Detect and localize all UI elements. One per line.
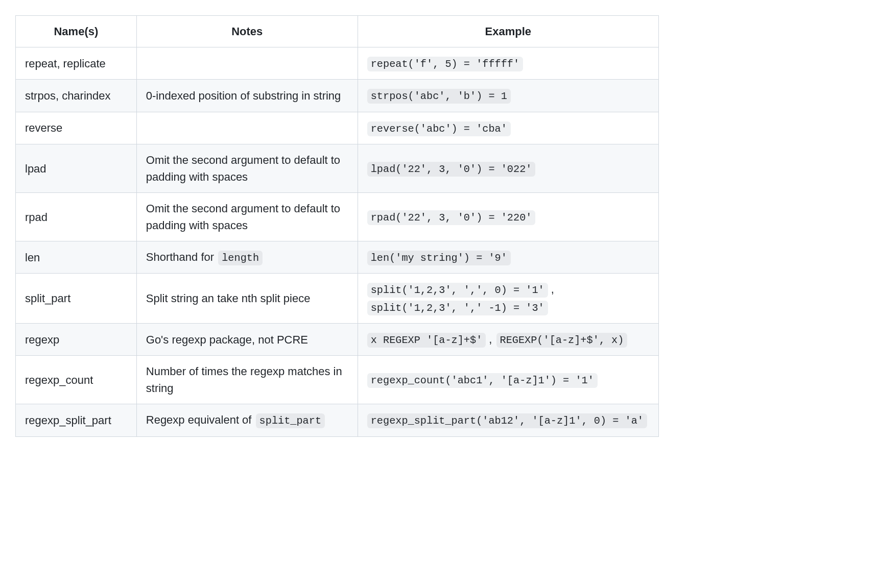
reference-table: Name(s) Notes Example repeat, replicater…: [15, 15, 659, 437]
cell-name: regexp: [16, 324, 137, 356]
table-row: regexpGo's regexp package, not PCREx REG…: [16, 324, 659, 356]
cell-name: regexp_count: [16, 356, 137, 404]
example-code: REGEXP('[a-z]+$', x): [496, 333, 628, 348]
cell-notes: Omit the second argument to default to p…: [136, 193, 358, 241]
header-name: Name(s): [16, 16, 137, 47]
example-code: regexp_count('abc1', '[a-z]1') = '1': [367, 373, 598, 388]
cell-notes: Split string an take nth split piece: [136, 274, 358, 324]
cell-notes: [136, 47, 358, 80]
example-code: reverse('abc') = 'cba': [367, 121, 511, 136]
header-example: Example: [358, 16, 658, 47]
cell-example: strpos('abc', 'b') = 1: [358, 80, 658, 112]
example-code: repeat('f', 5) = 'fffff': [367, 57, 523, 71]
cell-example: split('1,2,3', ',', 0) = '1', split('1,2…: [358, 274, 658, 324]
table-row: split_partSplit string an take nth split…: [16, 274, 659, 324]
table-row: strpos, charindex0-indexed position of s…: [16, 80, 659, 112]
cell-name: lpad: [16, 144, 137, 193]
example-separator: ,: [489, 333, 495, 346]
table-row: regexp_countNumber of times the regexp m…: [16, 356, 659, 404]
table-row: lenShorthand for lengthlen('my string') …: [16, 241, 659, 274]
example-code: rpad('22', 3, '0') = '220': [367, 210, 536, 225]
cell-notes: Omit the second argument to default to p…: [136, 144, 358, 193]
cell-name: regexp_split_part: [16, 404, 137, 436]
cell-example: repeat('f', 5) = 'fffff': [358, 47, 658, 80]
table-body: repeat, replicaterepeat('f', 5) = 'fffff…: [16, 47, 659, 437]
notes-code: length: [218, 251, 263, 265]
header-notes: Notes: [136, 16, 358, 47]
notes-text: Shorthand for: [146, 251, 217, 263]
cell-name: strpos, charindex: [16, 80, 137, 112]
cell-name: split_part: [16, 274, 137, 324]
example-code: split('1,2,3', ',' -1) = '3': [367, 301, 548, 315]
cell-example: lpad('22', 3, '0') = '022': [358, 144, 658, 193]
example-code: split('1,2,3', ',', 0) = '1': [367, 283, 548, 298]
cell-notes: [136, 112, 358, 144]
example-code: lpad('22', 3, '0') = '022': [367, 162, 536, 177]
cell-notes: Go's regexp package, not PCRE: [136, 324, 358, 356]
cell-example: reverse('abc') = 'cba': [358, 112, 658, 144]
cell-notes: Number of times the regexp matches in st…: [136, 356, 358, 404]
cell-notes: Regexp equivalent of split_part: [136, 404, 358, 436]
cell-name: rpad: [16, 193, 137, 241]
cell-example: x REGEXP '[a-z]+$', REGEXP('[a-z]+$', x): [358, 324, 658, 356]
notes-code: split_part: [256, 413, 325, 428]
cell-example: len('my string') = '9': [358, 241, 658, 274]
cell-name: reverse: [16, 112, 137, 144]
example-code: strpos('abc', 'b') = 1: [367, 89, 511, 104]
table-row: repeat, replicaterepeat('f', 5) = 'fffff…: [16, 47, 659, 80]
table-row: regexp_split_partRegexp equivalent of sp…: [16, 404, 659, 436]
example-code: regexp_split_part('ab12', '[a-z]1', 0) =…: [367, 413, 647, 428]
table-row: reversereverse('abc') = 'cba': [16, 112, 659, 144]
header-row: Name(s) Notes Example: [16, 16, 659, 47]
notes-text: Regexp equivalent of: [146, 413, 255, 426]
cell-name: len: [16, 241, 137, 274]
cell-name: repeat, replicate: [16, 47, 137, 80]
example-code: x REGEXP '[a-z]+$': [367, 333, 486, 348]
table-row: rpadOmit the second argument to default …: [16, 193, 659, 241]
cell-notes: Shorthand for length: [136, 241, 358, 274]
cell-example: rpad('22', 3, '0') = '220': [358, 193, 658, 241]
cell-example: regexp_split_part('ab12', '[a-z]1', 0) =…: [358, 404, 658, 436]
example-separator: ,: [551, 283, 554, 296]
example-code: len('my string') = '9': [367, 251, 511, 265]
table-row: lpadOmit the second argument to default …: [16, 144, 659, 193]
cell-example: regexp_count('abc1', '[a-z]1') = '1': [358, 356, 658, 404]
cell-notes: 0-indexed position of substring in strin…: [136, 80, 358, 112]
